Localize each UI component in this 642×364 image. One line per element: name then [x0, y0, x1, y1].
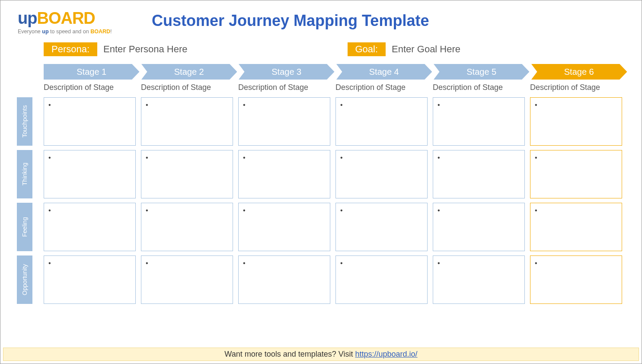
logo-part-up: up	[18, 9, 37, 27]
header: upBOARD Everyone up to speed and on BOAR…	[0, 0, 642, 35]
cell-opportunity-stage4[interactable]	[335, 255, 428, 304]
stage-desc-row: Description of StageDescription of Stage…	[0, 80, 642, 92]
logo: upBOARD	[18, 9, 139, 28]
goal-input[interactable]: Enter Goal Here	[392, 44, 460, 55]
cell-opportunity-stage6[interactable]	[530, 255, 622, 304]
cell-feeling-stage5[interactable]	[433, 203, 525, 251]
grid-col-5	[433, 97, 525, 304]
cell-touchpoints-stage3[interactable]	[238, 97, 330, 146]
footer-text: Want more tools and templates? Visit	[224, 350, 355, 358]
cell-thinking-stage1[interactable]	[44, 150, 136, 198]
stage-chevron-4: Stage 4	[336, 64, 432, 80]
cell-feeling-stage6[interactable]	[530, 203, 622, 251]
footer-link[interactable]: https://upboard.io/	[355, 350, 418, 358]
stage-name: Stage 5	[466, 67, 496, 77]
row-label-feeling: Feeling	[17, 203, 32, 251]
stage-chevron-1: Stage 1	[44, 64, 140, 80]
cell-touchpoints-stage4[interactable]	[335, 97, 428, 146]
grid-col-4	[335, 97, 428, 304]
stage-chevron-5: Stage 5	[434, 64, 530, 80]
cell-thinking-stage4[interactable]	[335, 150, 428, 198]
persona-input[interactable]: Enter Persona Here	[103, 44, 187, 55]
stage-chevron-6: Stage 6	[531, 64, 627, 80]
cell-feeling-stage2[interactable]	[141, 203, 233, 251]
persona-block: Persona: Enter Persona Here	[44, 42, 188, 56]
cell-feeling-stage1[interactable]	[44, 203, 136, 251]
stage-desc-2[interactable]: Description of Stage	[141, 83, 233, 92]
logo-part-board: BOARD	[37, 9, 95, 27]
stage-chevron-2: Stage 2	[141, 64, 237, 80]
cell-feeling-stage3[interactable]	[238, 203, 330, 251]
persona-label: Persona:	[44, 42, 97, 56]
footer-bar: Want more tools and templates? Visit htt…	[3, 348, 639, 361]
grid-columns	[44, 97, 622, 304]
cell-opportunity-stage1[interactable]	[44, 255, 136, 304]
stage-desc-3[interactable]: Description of Stage	[238, 83, 330, 92]
cell-thinking-stage6[interactable]	[530, 150, 622, 198]
grid-area: TouchpointsThinkingFeelingOpportunity	[0, 92, 642, 304]
cell-touchpoints-stage6[interactable]	[530, 97, 622, 146]
grid-col-1	[44, 97, 136, 304]
row-label-opportunity: Opportunity	[17, 255, 32, 304]
stage-chevron-row: Stage 1Stage 2Stage 3Stage 4Stage 5Stage…	[0, 56, 642, 80]
goal-label: Goal:	[348, 42, 386, 56]
stage-name: Stage 6	[564, 67, 594, 77]
inputs-row: Persona: Enter Persona Here Goal: Enter …	[0, 35, 642, 56]
row-label-thinking: Thinking	[17, 150, 32, 198]
cell-touchpoints-stage5[interactable]	[433, 97, 525, 146]
tagline: Everyone up to speed and on BOARD!	[18, 29, 139, 35]
stage-desc-5[interactable]: Description of Stage	[433, 83, 525, 92]
cell-thinking-stage2[interactable]	[141, 150, 233, 198]
logo-block: upBOARD Everyone up to speed and on BOAR…	[18, 9, 139, 35]
page-title: Customer Journey Mapping Template	[152, 12, 429, 30]
stage-name: Stage 4	[369, 67, 399, 77]
cell-opportunity-stage5[interactable]	[433, 255, 525, 304]
row-labels: TouchpointsThinkingFeelingOpportunity	[17, 97, 38, 304]
cell-thinking-stage3[interactable]	[238, 150, 330, 198]
grid-col-6	[530, 97, 622, 304]
stage-desc-4[interactable]: Description of Stage	[335, 83, 428, 92]
stage-name: Stage 2	[174, 67, 204, 77]
stage-chevron-3: Stage 3	[239, 64, 335, 80]
stage-name: Stage 1	[77, 67, 106, 77]
grid-col-2	[141, 97, 233, 304]
cell-thinking-stage5[interactable]	[433, 150, 525, 198]
cell-touchpoints-stage2[interactable]	[141, 97, 233, 146]
cell-touchpoints-stage1[interactable]	[44, 97, 136, 146]
stage-name: Stage 3	[271, 67, 301, 77]
grid-col-3	[238, 97, 330, 304]
stage-desc-6[interactable]: Description of Stage	[530, 83, 622, 92]
row-label-touchpoints: Touchpoints	[17, 97, 32, 146]
cell-opportunity-stage2[interactable]	[141, 255, 233, 304]
goal-block: Goal: Enter Goal Here	[348, 42, 461, 56]
cell-feeling-stage4[interactable]	[335, 203, 428, 251]
stage-desc-1[interactable]: Description of Stage	[44, 83, 136, 92]
cell-opportunity-stage3[interactable]	[238, 255, 330, 304]
